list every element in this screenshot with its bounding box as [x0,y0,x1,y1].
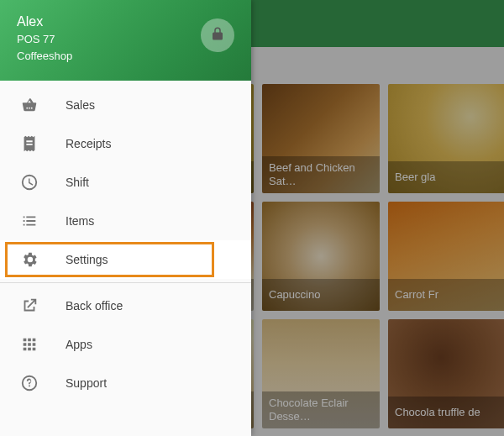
menu-divider [0,282,251,283]
receipt-icon [20,134,39,153]
menu-label: Back office [66,299,123,313]
list-icon [20,212,39,230]
menu-label: Apps [66,338,92,351]
drawer-menu: Sales Receipts Shift Items Settings [0,81,251,402]
gear-icon [20,250,39,269]
lock-button[interactable] [201,18,234,52]
clock-icon [20,173,39,192]
apps-icon [20,335,39,354]
menu-item-settings[interactable]: Settings [0,240,251,279]
help-icon [20,374,39,392]
basket-icon [20,96,39,114]
menu-label: Items [66,214,94,228]
menu-label: Support [66,376,107,390]
store-line: Coffeeshop [17,49,234,64]
menu-label: Receipts [66,137,111,150]
menu-item-shift[interactable]: Shift [0,163,251,202]
menu-item-items[interactable]: Items [0,202,251,240]
drawer-header: Alex POS 77 Coffeeshop [0,0,251,81]
menu-item-receipts[interactable]: Receipts [0,124,251,163]
menu-item-support[interactable]: Support [0,364,251,402]
nav-drawer: Alex POS 77 Coffeeshop Sales Receipts [0,0,251,436]
menu-item-sales[interactable]: Sales [0,86,251,124]
lock-icon [210,26,225,45]
menu-label: Sales [66,98,95,112]
menu-label: Settings [66,253,108,266]
menu-label: Shift [66,176,89,189]
external-link-icon [20,297,39,315]
menu-item-apps[interactable]: Apps [0,325,251,364]
menu-item-back-office[interactable]: Back office [0,286,251,325]
